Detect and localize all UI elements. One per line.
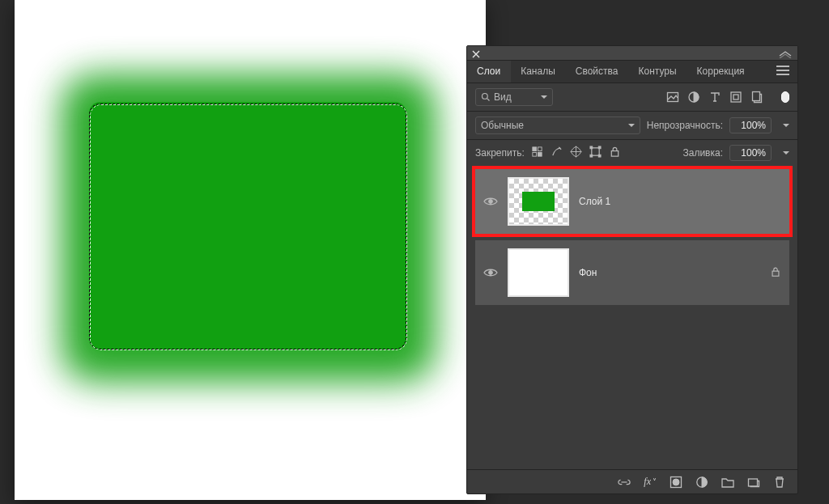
lock-transparency-icon[interactable] [531, 146, 543, 160]
filter-shape-icon[interactable] [729, 91, 742, 104]
filter-type-icon[interactable] [708, 91, 721, 104]
lock-image-icon[interactable] [551, 146, 563, 160]
visibility-toggle[interactable] [483, 268, 498, 277]
opacity-value: 100% [741, 120, 766, 131]
svg-point-17 [489, 271, 493, 275]
layers-panel-footer: fx˅ [467, 469, 797, 493]
opacity-stepper[interactable] [778, 120, 789, 131]
visibility-toggle[interactable] [483, 197, 498, 206]
svg-point-0 [483, 94, 488, 100]
blend-mode-label: Обычные [481, 120, 524, 131]
layer-list[interactable]: Слой 1 Фон [467, 166, 797, 469]
layer-fx-icon[interactable]: fx˅ [644, 476, 657, 488]
opacity-input[interactable]: 100% [729, 117, 772, 133]
opacity-label: Непрозрачность: [647, 120, 723, 131]
add-mask-icon[interactable] [670, 476, 682, 489]
layer-row-background[interactable]: Фон [475, 240, 789, 305]
fill-stepper[interactable] [778, 147, 789, 159]
layer-row-layer1[interactable]: Слой 1 [475, 169, 789, 234]
close-icon[interactable] [472, 49, 480, 57]
filter-pixel-icon[interactable] [666, 91, 679, 104]
panel-menu-icon[interactable] [768, 61, 797, 83]
delete-layer-icon[interactable] [773, 476, 786, 489]
document-canvas[interactable] [15, 0, 486, 500]
lock-icon[interactable] [770, 266, 781, 280]
svg-rect-14 [598, 155, 601, 157]
fill-value: 100% [741, 147, 766, 159]
panel-tabs: Слои Каналы Свойства Контуры Коррекция [467, 61, 797, 83]
filter-adjustment-icon[interactable] [687, 91, 700, 104]
tab-layers[interactable]: Слои [467, 61, 511, 83]
layer-name[interactable]: Слой 1 [579, 196, 610, 207]
tab-properties[interactable]: Свойства [566, 61, 629, 83]
layer-filter-select[interactable]: Вид [475, 88, 553, 106]
svg-rect-18 [772, 271, 779, 276]
svg-rect-8 [533, 152, 537, 156]
svg-rect-3 [731, 92, 741, 102]
svg-rect-9 [538, 152, 542, 156]
svg-point-20 [673, 479, 679, 485]
svg-rect-4 [733, 95, 738, 100]
layer-filter-row: Вид [467, 83, 797, 111]
lock-fill-row: Закрепить: Заливка: 100% [467, 139, 797, 166]
green-rectangle[interactable] [89, 102, 406, 349]
svg-rect-13 [590, 155, 593, 157]
new-layer-icon[interactable] [747, 476, 760, 489]
filter-toggle[interactable] [781, 91, 789, 103]
svg-rect-1 [668, 93, 678, 102]
layer-name[interactable]: Фон [579, 267, 597, 278]
new-group-icon[interactable] [721, 476, 734, 489]
lock-label: Закрепить: [475, 147, 525, 159]
lock-artboard-icon[interactable] [589, 146, 602, 160]
new-adjustment-icon[interactable] [695, 476, 708, 489]
blend-opacity-row: Обычные Непрозрачность: 100% [467, 111, 797, 139]
blend-mode-select[interactable]: Обычные [475, 116, 640, 134]
collapse-icon[interactable] [778, 49, 793, 57]
link-layers-icon[interactable] [618, 476, 631, 489]
svg-rect-15 [611, 151, 618, 157]
search-icon [481, 92, 491, 102]
svg-point-16 [489, 200, 493, 204]
tab-paths[interactable]: Контуры [628, 61, 687, 83]
svg-rect-12 [598, 146, 601, 149]
svg-rect-7 [538, 147, 542, 151]
lock-position-icon[interactable] [570, 146, 582, 160]
svg-rect-5 [753, 92, 760, 101]
filter-smartobject-icon[interactable] [750, 91, 763, 104]
layers-panel: Слои Каналы Свойства Контуры Коррекция В… [466, 45, 798, 494]
layer-thumbnail[interactable] [508, 248, 569, 297]
layer-thumbnail[interactable] [508, 177, 569, 226]
svg-rect-22 [749, 479, 758, 486]
tab-adjustments[interactable]: Коррекция [687, 61, 755, 83]
svg-rect-6 [533, 147, 537, 151]
svg-rect-11 [590, 146, 593, 149]
tab-channels[interactable]: Каналы [511, 61, 566, 83]
fill-label: Заливка: [682, 147, 723, 159]
layer-filter-label: Вид [494, 91, 512, 103]
fill-input[interactable]: 100% [729, 145, 772, 161]
panel-titlebar[interactable] [467, 46, 797, 61]
lock-all-icon[interactable] [609, 146, 621, 160]
